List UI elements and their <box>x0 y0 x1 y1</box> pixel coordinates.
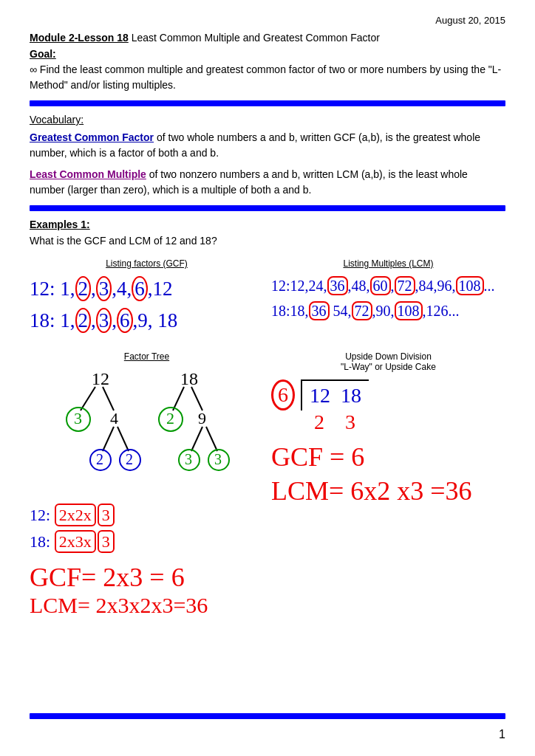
upside-down-label: Upside Down Division "L-Way" or Upside C… <box>271 351 505 372</box>
factors-display: 12: 1,2,3,4,6,12 18: 1,2,3,6,9, 18 <box>30 273 264 337</box>
page-number: 1 <box>499 728 505 741</box>
multiples-display: 12:12,24,36,48,60,72,84,96,108... 18:18,… <box>271 273 505 323</box>
factors-18-line: 18: 1,2,3,6,9, 18 <box>30 305 264 337</box>
svg-text:2: 2 <box>166 409 174 427</box>
gcf-term: Greatest Common Factor <box>30 131 154 143</box>
gcf-result-left: GCF= 2x3 = 6 <box>30 562 264 593</box>
goal-section: Goal: ∞ Find the least common multiple a… <box>30 47 505 93</box>
examples-title: Examples 1: <box>30 219 505 230</box>
svg-text:2: 2 <box>126 451 133 467</box>
factors-12-line: 12: 1,2,3,4,6,12 <box>30 273 264 305</box>
lcm-definition: Least Common Multiple of two nonzero num… <box>30 167 505 198</box>
divider-bar-bottom <box>30 713 505 719</box>
date: August 20, 2015 <box>30 15 505 26</box>
lcm-result-right: LCM= 6x2 x3 =36 <box>271 475 505 506</box>
factor-tree-label: Factor Tree <box>30 351 264 362</box>
svg-text:2: 2 <box>96 451 103 467</box>
multiples-12-line: 12:12,24,36,48,60,72,84,96,108... <box>271 273 505 298</box>
gcf-result-right: GCF = 6 <box>271 441 505 472</box>
svg-line-7 <box>117 427 129 451</box>
svg-text:3: 3 <box>214 451 222 467</box>
divisor-6: 6 <box>271 379 295 410</box>
factor-tree-svg: 12 3 4 2 2 <box>51 366 243 499</box>
module-title: Module 2-Lesson 18 Least Common Multiple… <box>30 32 505 44</box>
bottom-methods-row: Factor Tree 12 3 4 <box>30 351 505 617</box>
module-title-bold: Module 2-Lesson 18 <box>30 32 129 44</box>
factor-12: 12: 2x2x3 <box>30 502 264 528</box>
svg-text:12: 12 <box>92 369 109 388</box>
multiples-18-line: 18:18,36 54,72,90,108,126... <box>271 298 505 323</box>
listing-factors-label: Listing factors (GCF) <box>30 258 264 269</box>
svg-text:4: 4 <box>110 409 118 427</box>
svg-line-19 <box>206 427 217 451</box>
svg-text:18: 18 <box>180 369 198 388</box>
lcm-result-left: LCM= 2x3x2x3=36 <box>30 593 264 618</box>
goal-label: Goal: <box>30 48 56 60</box>
svg-text:3: 3 <box>185 451 192 467</box>
factor-breakdown: 12: 2x2x3 18: 2x3x3 <box>30 502 264 554</box>
division-line: 12 18 <box>301 379 369 410</box>
lcm-term: Least Common Multiple <box>30 168 146 180</box>
svg-line-13 <box>173 387 184 410</box>
page-container: August 20, 2015 Module 2-Lesson 18 Least… <box>0 0 535 756</box>
upside-down-division-area: Upside Down Division "L-Way" or Upside C… <box>271 351 505 617</box>
svg-line-6 <box>103 427 114 451</box>
listing-multiples-label: Listing Multiples (LCM) <box>271 258 505 269</box>
listing-factors-col: Listing factors (GCF) 12: 1,2,3,4,6,12 1… <box>30 258 264 337</box>
examples-section: Examples 1: What is the GCF and LCM of 1… <box>30 219 505 618</box>
module-title-rest: Least Common Multiple and Greatest Commo… <box>132 32 380 44</box>
question-text: What is the GCF and LCM of 12 and 18? <box>30 235 505 247</box>
divider-bar-2 <box>30 205 505 211</box>
division-bottom: 2 3 <box>293 410 505 434</box>
factor-18: 18: 2x3x3 <box>30 529 264 554</box>
division-top-numbers: 12 18 <box>301 379 369 410</box>
division-diagram: 6 12 18 <box>271 379 505 410</box>
svg-line-14 <box>191 387 202 410</box>
goal-text: ∞ Find the least common multiple and gre… <box>30 63 501 91</box>
svg-text:9: 9 <box>198 409 206 427</box>
divider-bar-1 <box>30 100 505 106</box>
gcf-definition: Greatest Common Factor of two whole numb… <box>30 130 505 161</box>
vocab-section: Vocabulary: Greatest Common Factor of tw… <box>30 114 505 198</box>
svg-line-18 <box>191 427 202 451</box>
listing-methods-row: Listing factors (GCF) 12: 1,2,3,4,6,12 1… <box>30 258 505 337</box>
svg-line-2 <box>103 387 114 410</box>
upside-down-label-2: "L-Way" or Upside Cake <box>341 362 436 372</box>
svg-line-1 <box>81 387 95 410</box>
svg-text:3: 3 <box>74 409 82 427</box>
factor-tree-area: Factor Tree 12 3 4 <box>30 351 264 617</box>
listing-multiples-col: Listing Multiples (LCM) 12:12,24,36,48,6… <box>271 258 505 337</box>
upside-down-label-1: Upside Down Division <box>345 351 432 362</box>
vocab-title: Vocabulary: <box>30 114 505 126</box>
